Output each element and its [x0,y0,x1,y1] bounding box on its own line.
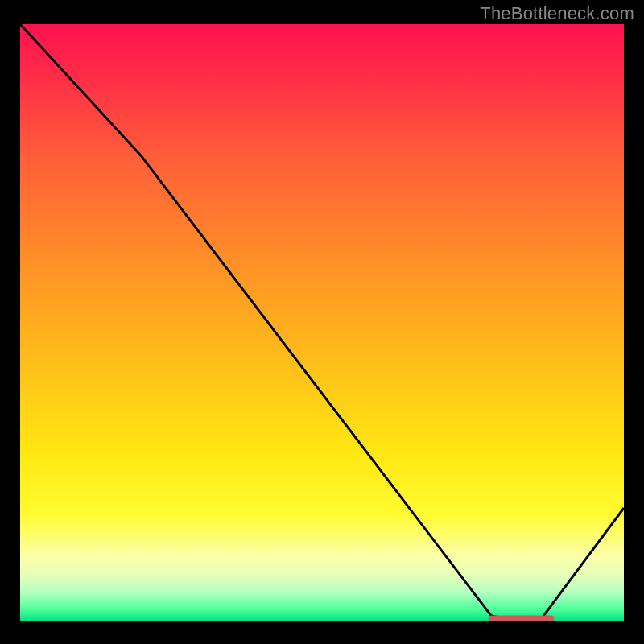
attribution-label: TheBottleneck.com [480,3,634,24]
plot-area [20,24,624,621]
chart-overlay [20,24,624,621]
bottleneck-curve [20,24,624,621]
